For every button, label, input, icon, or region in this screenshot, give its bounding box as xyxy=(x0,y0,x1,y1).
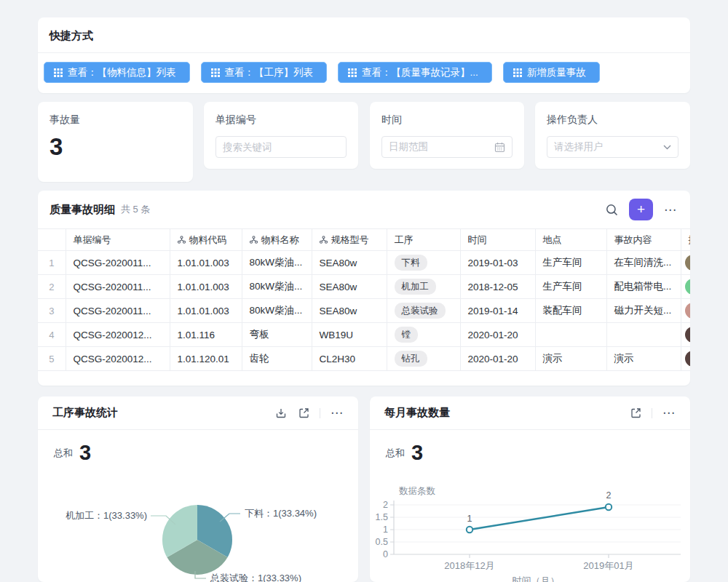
col-material-name[interactable]: 物料名称 xyxy=(242,229,312,251)
cell-accident-content: 配电箱带电... xyxy=(606,275,681,299)
button-label: 查看：【质量事故记录】... xyxy=(362,66,478,79)
data-line xyxy=(470,507,609,530)
relation-icon xyxy=(250,236,258,244)
cell-spec-model: CL2H30 xyxy=(312,347,387,371)
y-tick-labels: 2 1.5 1 0.5 0 xyxy=(376,500,388,559)
cell-time: 2019-01-03 xyxy=(460,251,535,275)
process-tag: 机加工 xyxy=(395,279,437,295)
col-location[interactable]: 地点 xyxy=(535,229,606,251)
cell-material-code: 1.01.01.003 xyxy=(170,275,242,299)
table-more-button[interactable]: ⋯ xyxy=(662,202,678,218)
cell-time: 2020-01-20 xyxy=(460,347,535,371)
col-operator[interactable]: 操作负责人 xyxy=(681,229,690,251)
doc-no-filter-card: 单据编号 xyxy=(204,102,358,169)
cell-operator xyxy=(681,347,690,371)
gridlines xyxy=(394,505,681,542)
cell-material-name: 弯板 xyxy=(242,323,312,347)
row-number: 5 xyxy=(38,347,66,371)
cell-location: 生产车间 xyxy=(535,275,606,299)
table-row[interactable]: 3 QCSG-2020011... 1.01.01.003 80kW柴油... … xyxy=(38,299,690,323)
date-range-placeholder: 日期范围 xyxy=(389,140,490,154)
time-label: 时间 xyxy=(381,113,513,127)
owner-filter-card: 操作负责人 请选择用户 xyxy=(535,102,690,169)
svg-text:2: 2 xyxy=(383,500,388,510)
more-icon: ⋯ xyxy=(664,204,677,216)
cell-spec-model: SEA80w xyxy=(312,251,387,275)
cell-doc-no: QCSG-2020012... xyxy=(66,323,170,347)
cell-accident-content: 磁力开关短... xyxy=(606,299,681,323)
cell-process: 机加工 xyxy=(387,275,460,299)
chevron-down-icon xyxy=(663,145,671,150)
line-chart[interactable]: 数据条数 2 1.5 1 0.5 0 1 2 2018年12月 2019年01月… xyxy=(370,396,690,582)
avatar xyxy=(685,255,691,271)
relation-icon xyxy=(320,236,328,244)
cell-location: 演示 xyxy=(535,347,606,371)
owner-label: 操作负责人 xyxy=(547,113,678,127)
svg-text:0.5: 0.5 xyxy=(376,537,388,547)
dashboard-page: 快捷方式 查看：【物料信息】列表 查看：【工序】列表 查看：【质量事故记录】..… xyxy=(0,0,728,582)
doc-no-search-input[interactable] xyxy=(223,142,339,153)
pie-chart[interactable]: 机加工：1(33.33%) 下料：1(33.34%) 总装试验：1(33.33%… xyxy=(38,396,358,582)
cell-operator xyxy=(681,299,690,323)
owner-placeholder: 请选择用户 xyxy=(554,140,659,154)
calendar-icon xyxy=(494,142,505,153)
date-range-picker[interactable]: 日期范围 xyxy=(381,136,513,158)
avatar xyxy=(685,351,691,367)
svg-text:1.5: 1.5 xyxy=(376,512,388,522)
search-icon xyxy=(606,204,618,216)
button-label: 新增质量事故 xyxy=(527,66,586,79)
cell-doc-no: QCSG-2020011... xyxy=(66,251,170,275)
add-quality-accident-button[interactable]: 新增质量事故 xyxy=(503,62,600,83)
stat-value: 3 xyxy=(50,133,181,161)
button-label: 查看：【工序】列表 xyxy=(225,66,314,79)
grid-icon xyxy=(211,68,220,77)
table-row[interactable]: 2 QCSG-2020011... 1.01.01.003 80kW柴油... … xyxy=(38,275,690,299)
cell-doc-no: QCSG-2020011... xyxy=(66,275,170,299)
shortcuts-card: 快捷方式 查看：【物料信息】列表 查看：【工序】列表 查看：【质量事故记录】..… xyxy=(38,17,690,93)
table-header-bar: 质量事故明细 共 5 条 + ⋯ xyxy=(38,191,690,228)
search-button[interactable] xyxy=(604,202,620,218)
cell-material-code: 1.01.01.003 xyxy=(170,299,242,323)
table-row[interactable]: 1 QCSG-2020011... 1.01.01.003 80kW柴油... … xyxy=(38,251,690,275)
cell-doc-no: QCSG-2020012... xyxy=(66,347,170,371)
col-rownum xyxy=(38,229,66,251)
col-time[interactable]: 时间 xyxy=(460,229,535,251)
col-spec-model[interactable]: 规格型号 xyxy=(312,229,387,251)
process-tag: 镗 xyxy=(395,327,419,343)
process-tag: 总装试验 xyxy=(395,303,446,319)
table-row[interactable]: 5 QCSG-2020012... 1.01.120.01 齿轮 CL2H30 … xyxy=(38,347,690,371)
cell-material-code: 1.01.120.01 xyxy=(170,347,242,371)
point-label: 2 xyxy=(606,490,612,501)
view-process-list-button[interactable]: 查看：【工序】列表 xyxy=(201,62,328,83)
col-material-code[interactable]: 物料代码 xyxy=(170,229,242,251)
cell-accident-content xyxy=(606,323,681,347)
svg-text:1: 1 xyxy=(383,525,388,535)
view-material-list-button[interactable]: 查看：【物料信息】列表 xyxy=(44,62,190,83)
cell-time: 2020-01-20 xyxy=(460,323,535,347)
cell-spec-model: SEA80w xyxy=(312,275,387,299)
process-tag: 下料 xyxy=(395,255,427,271)
cell-location: 生产车间 xyxy=(535,251,606,275)
cell-material-name: 80kW柴油... xyxy=(242,275,312,299)
cell-location xyxy=(535,323,606,347)
row-number: 4 xyxy=(38,323,66,347)
plus-icon: + xyxy=(637,202,645,216)
data-point[interactable] xyxy=(606,504,612,510)
col-process[interactable]: 工序 xyxy=(387,229,460,251)
cell-process: 总装试验 xyxy=(387,299,460,323)
col-doc-no[interactable]: 单据编号 xyxy=(66,229,170,251)
data-point[interactable] xyxy=(467,527,472,533)
doc-no-search-box xyxy=(215,136,347,158)
point-label: 1 xyxy=(467,514,472,524)
add-record-button[interactable]: + xyxy=(629,199,653,220)
svg-text:0: 0 xyxy=(383,549,388,559)
view-quality-records-button[interactable]: 查看：【质量事故记录】... xyxy=(338,62,492,83)
owner-select[interactable]: 请选择用户 xyxy=(547,136,678,158)
cell-spec-model: WB19U xyxy=(312,323,387,347)
table-row[interactable]: 4 QCSG-2020012... 1.01.116 弯板 WB19U 镗 20… xyxy=(38,323,690,347)
cell-accident-content: 在车间清洗... xyxy=(606,251,681,275)
cell-operator xyxy=(681,251,690,275)
grid-icon xyxy=(348,68,357,77)
grid-icon xyxy=(513,68,522,77)
col-accident-content[interactable]: 事故内容 xyxy=(606,229,681,251)
